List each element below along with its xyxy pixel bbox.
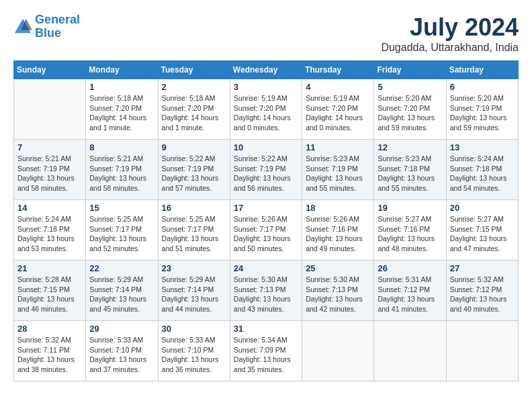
day-number: 30 bbox=[162, 324, 226, 334]
day-info: Sunrise: 5:31 AM Sunset: 7:12 PM Dayligh… bbox=[378, 275, 442, 314]
day-cell: 25Sunrise: 5:30 AM Sunset: 7:13 PM Dayli… bbox=[302, 261, 374, 321]
day-number: 9 bbox=[162, 142, 226, 152]
day-cell: 31Sunrise: 5:34 AM Sunset: 7:09 PM Dayli… bbox=[230, 321, 302, 381]
day-info: Sunrise: 5:33 AM Sunset: 7:10 PM Dayligh… bbox=[89, 335, 154, 375]
day-number: 10 bbox=[234, 142, 298, 152]
day-info: Sunrise: 5:30 AM Sunset: 7:13 PM Dayligh… bbox=[306, 275, 370, 314]
day-cell: 9Sunrise: 5:22 AM Sunset: 7:19 PM Daylig… bbox=[158, 140, 230, 200]
header-tuesday: Tuesday bbox=[158, 61, 230, 79]
day-info: Sunrise: 5:27 AM Sunset: 7:15 PM Dayligh… bbox=[450, 214, 515, 254]
day-info: Sunrise: 5:21 AM Sunset: 7:19 PM Dayligh… bbox=[89, 154, 154, 193]
day-number: 4 bbox=[306, 82, 370, 92]
day-number: 17 bbox=[234, 203, 298, 213]
day-cell: 26Sunrise: 5:31 AM Sunset: 7:12 PM Dayli… bbox=[374, 261, 446, 321]
day-cell: 12Sunrise: 5:23 AM Sunset: 7:18 PM Dayli… bbox=[374, 140, 446, 200]
day-number: 31 bbox=[234, 324, 298, 334]
calendar-header-row: SundayMondayTuesdayWednesdayThursdayFrid… bbox=[14, 61, 519, 79]
day-number: 15 bbox=[89, 203, 154, 213]
location-title: Dugadda, Uttarakhand, India bbox=[381, 42, 519, 54]
day-info: Sunrise: 5:32 AM Sunset: 7:12 PM Dayligh… bbox=[450, 275, 515, 314]
title-area: July 2024 Dugadda, Uttarakhand, India bbox=[381, 13, 519, 54]
day-number: 22 bbox=[89, 263, 154, 273]
day-cell: 21Sunrise: 5:28 AM Sunset: 7:15 PM Dayli… bbox=[14, 261, 86, 321]
logo: General Blue bbox=[13, 13, 80, 40]
day-cell: 20Sunrise: 5:27 AM Sunset: 7:15 PM Dayli… bbox=[446, 200, 518, 261]
week-row-2: 7Sunrise: 5:21 AM Sunset: 7:19 PM Daylig… bbox=[14, 140, 519, 200]
day-cell: 5Sunrise: 5:20 AM Sunset: 7:20 PM Daylig… bbox=[374, 79, 446, 140]
day-number: 8 bbox=[89, 142, 154, 152]
day-number: 20 bbox=[450, 203, 515, 213]
day-cell: 27Sunrise: 5:32 AM Sunset: 7:12 PM Dayli… bbox=[446, 261, 518, 321]
day-info: Sunrise: 5:20 AM Sunset: 7:20 PM Dayligh… bbox=[378, 93, 442, 133]
day-cell: 28Sunrise: 5:32 AM Sunset: 7:11 PM Dayli… bbox=[14, 321, 86, 381]
day-info: Sunrise: 5:24 AM Sunset: 7:18 PM Dayligh… bbox=[17, 214, 82, 254]
day-info: Sunrise: 5:26 AM Sunset: 7:17 PM Dayligh… bbox=[234, 214, 298, 254]
day-cell: 7Sunrise: 5:21 AM Sunset: 7:19 PM Daylig… bbox=[14, 140, 86, 200]
day-number: 16 bbox=[162, 203, 226, 213]
day-cell bbox=[302, 321, 374, 381]
header-friday: Friday bbox=[374, 61, 446, 79]
day-number: 11 bbox=[306, 142, 370, 152]
week-row-4: 21Sunrise: 5:28 AM Sunset: 7:15 PM Dayli… bbox=[14, 261, 519, 321]
day-info: Sunrise: 5:22 AM Sunset: 7:19 PM Dayligh… bbox=[234, 154, 298, 193]
logo-icon bbox=[13, 17, 32, 36]
day-cell: 22Sunrise: 5:29 AM Sunset: 7:14 PM Dayli… bbox=[86, 261, 158, 321]
day-cell: 14Sunrise: 5:24 AM Sunset: 7:18 PM Dayli… bbox=[14, 200, 86, 261]
day-info: Sunrise: 5:32 AM Sunset: 7:11 PM Dayligh… bbox=[17, 335, 82, 375]
page-header: General Blue July 2024 Dugadda, Uttarakh… bbox=[13, 13, 519, 54]
day-number: 23 bbox=[162, 263, 226, 273]
day-number: 19 bbox=[378, 203, 442, 213]
day-number: 29 bbox=[89, 324, 154, 334]
header-sunday: Sunday bbox=[14, 61, 86, 79]
calendar-table: SundayMondayTuesdayWednesdayThursdayFrid… bbox=[13, 60, 519, 381]
day-cell: 19Sunrise: 5:27 AM Sunset: 7:16 PM Dayli… bbox=[374, 200, 446, 261]
day-number: 24 bbox=[234, 263, 298, 273]
day-cell: 15Sunrise: 5:25 AM Sunset: 7:17 PM Dayli… bbox=[86, 200, 158, 261]
day-number: 1 bbox=[89, 82, 154, 92]
day-number: 2 bbox=[162, 82, 226, 92]
day-info: Sunrise: 5:30 AM Sunset: 7:13 PM Dayligh… bbox=[234, 275, 298, 314]
day-info: Sunrise: 5:19 AM Sunset: 7:20 PM Dayligh… bbox=[234, 93, 298, 133]
day-cell bbox=[374, 321, 446, 381]
day-info: Sunrise: 5:23 AM Sunset: 7:19 PM Dayligh… bbox=[306, 154, 370, 193]
day-cell: 24Sunrise: 5:30 AM Sunset: 7:13 PM Dayli… bbox=[230, 261, 302, 321]
day-cell: 4Sunrise: 5:19 AM Sunset: 7:20 PM Daylig… bbox=[302, 79, 374, 140]
day-number: 12 bbox=[378, 142, 442, 152]
day-info: Sunrise: 5:18 AM Sunset: 7:20 PM Dayligh… bbox=[162, 93, 226, 133]
day-cell: 3Sunrise: 5:19 AM Sunset: 7:20 PM Daylig… bbox=[230, 79, 302, 140]
day-cell bbox=[14, 79, 86, 140]
day-cell: 1Sunrise: 5:18 AM Sunset: 7:20 PM Daylig… bbox=[86, 79, 158, 140]
week-row-5: 28Sunrise: 5:32 AM Sunset: 7:11 PM Dayli… bbox=[14, 321, 519, 381]
day-info: Sunrise: 5:29 AM Sunset: 7:14 PM Dayligh… bbox=[89, 275, 154, 314]
header-wednesday: Wednesday bbox=[230, 61, 302, 79]
header-thursday: Thursday bbox=[302, 61, 374, 79]
day-info: Sunrise: 5:27 AM Sunset: 7:16 PM Dayligh… bbox=[378, 214, 442, 254]
day-info: Sunrise: 5:23 AM Sunset: 7:18 PM Dayligh… bbox=[378, 154, 442, 193]
day-number: 28 bbox=[17, 324, 82, 334]
day-number: 18 bbox=[306, 203, 370, 213]
day-cell bbox=[446, 321, 518, 381]
day-number: 14 bbox=[17, 203, 82, 213]
day-cell: 17Sunrise: 5:26 AM Sunset: 7:17 PM Dayli… bbox=[230, 200, 302, 261]
month-title: July 2024 bbox=[381, 13, 519, 42]
day-info: Sunrise: 5:22 AM Sunset: 7:19 PM Dayligh… bbox=[162, 154, 226, 193]
header-saturday: Saturday bbox=[446, 61, 518, 79]
day-info: Sunrise: 5:28 AM Sunset: 7:15 PM Dayligh… bbox=[17, 275, 82, 314]
day-number: 13 bbox=[450, 142, 515, 152]
day-info: Sunrise: 5:20 AM Sunset: 7:19 PM Dayligh… bbox=[450, 93, 515, 133]
day-cell: 6Sunrise: 5:20 AM Sunset: 7:19 PM Daylig… bbox=[446, 79, 518, 140]
day-cell: 11Sunrise: 5:23 AM Sunset: 7:19 PM Dayli… bbox=[302, 140, 374, 200]
day-info: Sunrise: 5:26 AM Sunset: 7:16 PM Dayligh… bbox=[306, 214, 370, 254]
day-number: 5 bbox=[378, 82, 442, 92]
day-info: Sunrise: 5:24 AM Sunset: 7:18 PM Dayligh… bbox=[450, 154, 515, 193]
week-row-3: 14Sunrise: 5:24 AM Sunset: 7:18 PM Dayli… bbox=[14, 200, 519, 261]
logo-text: General Blue bbox=[35, 13, 80, 40]
day-number: 7 bbox=[17, 142, 82, 152]
day-info: Sunrise: 5:18 AM Sunset: 7:20 PM Dayligh… bbox=[89, 93, 154, 133]
day-info: Sunrise: 5:21 AM Sunset: 7:19 PM Dayligh… bbox=[17, 154, 82, 193]
day-number: 3 bbox=[234, 82, 298, 92]
day-cell: 16Sunrise: 5:25 AM Sunset: 7:17 PM Dayli… bbox=[158, 200, 230, 261]
day-cell: 29Sunrise: 5:33 AM Sunset: 7:10 PM Dayli… bbox=[86, 321, 158, 381]
day-info: Sunrise: 5:25 AM Sunset: 7:17 PM Dayligh… bbox=[89, 214, 154, 254]
day-number: 25 bbox=[306, 263, 370, 273]
